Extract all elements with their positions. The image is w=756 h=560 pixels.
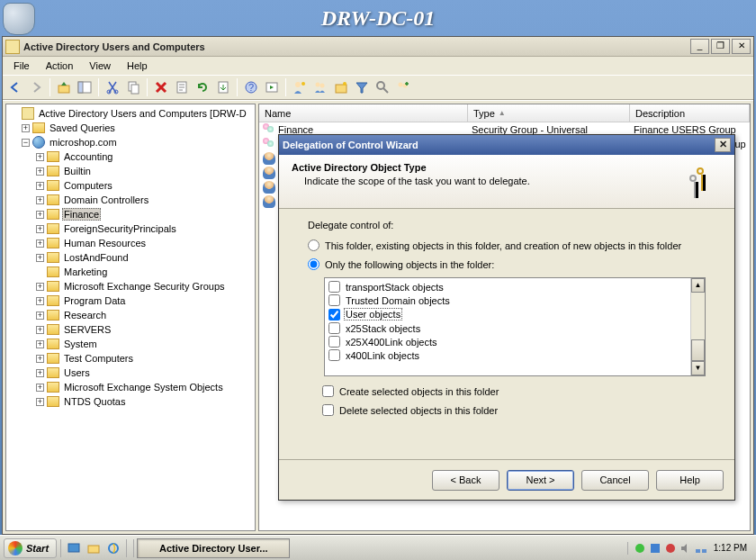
new-group-button[interactable] <box>310 77 330 97</box>
expand-icon[interactable]: + <box>36 153 44 161</box>
tray-icon-3[interactable] <box>664 542 677 555</box>
tree-ou-builtin[interactable]: Builtin <box>62 166 93 176</box>
expand-icon[interactable]: + <box>36 283 44 291</box>
tree-ou-finance[interactable]: Finance <box>62 208 101 221</box>
taskbar-aduc[interactable]: Active Directory User... <box>137 538 290 558</box>
tree-ou-domain-controllers[interactable]: Domain Controllers <box>62 194 150 205</box>
object-type-row[interactable]: x25Stack objects <box>327 321 688 335</box>
find-button[interactable] <box>373 77 392 97</box>
expand-icon[interactable]: + <box>36 297 44 305</box>
refresh-button[interactable] <box>193 77 212 97</box>
forward-button[interactable] <box>26 77 46 97</box>
column-description[interactable]: Description <box>630 104 750 122</box>
back-button[interactable] <box>5 77 25 97</box>
expand-icon[interactable]: + <box>36 239 44 248</box>
tree-ou-test-computers[interactable]: Test Computers <box>62 353 135 364</box>
tray-icon-2[interactable] <box>649 542 662 555</box>
object-types-list[interactable]: transportStack objectsTrusted Domain obj… <box>324 277 706 376</box>
tree-ou-microsoft-exchange-system-objects[interactable]: Microsoft Exchange System Objects <box>62 382 225 393</box>
next-button[interactable]: Next > <box>507 470 574 491</box>
expand-icon[interactable]: + <box>36 225 44 233</box>
minimize-button[interactable]: _ <box>690 39 709 54</box>
volume-icon[interactable] <box>680 542 692 555</box>
expand-icon[interactable]: + <box>36 254 44 262</box>
column-type[interactable]: Type▲ <box>468 104 630 122</box>
menu-view[interactable]: View <box>82 59 118 73</box>
help-button[interactable]: Help <box>656 470 724 491</box>
new-user-button[interactable] <box>290 77 310 97</box>
properties-button[interactable] <box>172 77 192 97</box>
new-ou-button[interactable] <box>331 77 351 97</box>
object-type-row[interactable]: Trusted Domain objects <box>327 294 688 307</box>
maximize-button[interactable]: ❐ <box>711 39 730 54</box>
start-button[interactable]: Start <box>4 538 57 558</box>
expand-icon[interactable]: + <box>36 384 44 392</box>
tree-ou-microsoft-exchange-security-groups[interactable]: Microsoft Exchange Security Groups <box>62 281 227 292</box>
expand-icon[interactable]: + <box>36 312 44 320</box>
expand-icon[interactable]: + <box>36 398 44 406</box>
scroll-up-button[interactable]: ▲ <box>691 278 705 293</box>
expand-icon[interactable]: + <box>36 369 44 377</box>
show-desktop-button[interactable] <box>65 539 83 557</box>
tree-saved-queries[interactable]: Saved Queries <box>48 122 117 133</box>
tree-ou-foreignsecurityprincipals[interactable]: ForeignSecurityPrincipals <box>62 223 178 234</box>
network-icon[interactable] <box>695 542 707 555</box>
tree-ou-program-data[interactable]: Program Data <box>62 295 127 306</box>
object-type-row[interactable]: x25X400Link objects <box>327 335 688 348</box>
copy-button[interactable] <box>123 77 143 97</box>
tree-ou-users[interactable]: Users <box>62 367 92 378</box>
list-pane[interactable]: Name Type▲ Description FinanceSecurity G… <box>258 104 751 531</box>
scroll-thumb[interactable] <box>691 339 705 361</box>
tree-ou-lostandfound[interactable]: LostAndFound <box>62 252 130 263</box>
help-button[interactable]: ? <box>241 77 261 97</box>
expand-icon[interactable]: + <box>36 326 44 334</box>
tree-root[interactable]: Active Directory Users and Computers [DR… <box>37 108 248 119</box>
tree-domain[interactable]: microshop.com <box>48 137 119 148</box>
up-button[interactable] <box>54 77 74 97</box>
scroll-down-button[interactable]: ▼ <box>691 361 705 375</box>
explorer-button[interactable] <box>85 539 103 557</box>
cancel-button[interactable]: Cancel <box>581 470 649 491</box>
menu-help[interactable]: Help <box>120 59 155 73</box>
expand-icon[interactable]: + <box>22 124 30 132</box>
close-button[interactable]: ✕ <box>732 39 751 54</box>
menu-action[interactable]: Action <box>39 59 81 73</box>
back-button[interactable]: < Back <box>432 470 500 491</box>
scrollbar[interactable]: ▲ ▼ <box>690 278 705 375</box>
radio-only-following[interactable]: Only the following objects in the folder… <box>308 258 706 270</box>
tree-ou-system[interactable]: System <box>62 339 99 349</box>
column-name[interactable]: Name <box>259 104 468 122</box>
menu-file[interactable]: File <box>6 59 37 73</box>
export-button[interactable] <box>213 77 233 97</box>
object-type-row[interactable]: x400Link objects <box>327 348 688 362</box>
ie-button[interactable] <box>104 539 122 557</box>
delete-objects-checkbox[interactable]: Delete selected objects in this folder <box>322 404 706 416</box>
expand-icon[interactable]: + <box>36 182 44 190</box>
collapse-icon[interactable]: − <box>22 139 30 147</box>
tree-ou-human-resources[interactable]: Human Resources <box>62 238 148 248</box>
tree-ou-research[interactable]: Research <box>62 310 108 321</box>
tree-ou-marketing[interactable]: Marketing <box>62 266 109 277</box>
run-button[interactable] <box>262 77 282 97</box>
titlebar[interactable]: Active Directory Users and Computers _ ❐… <box>3 37 753 57</box>
create-objects-checkbox[interactable]: Create selected objects in this folder <box>322 385 706 397</box>
expand-icon[interactable]: + <box>36 167 44 176</box>
object-type-row[interactable]: User objects <box>327 307 688 321</box>
dialog-titlebar[interactable]: Delegation of Control Wizard ✕ <box>279 135 734 155</box>
tree-ou-computers[interactable]: Computers <box>62 180 114 191</box>
tree-ou-servers[interactable]: SERVERS <box>62 324 112 335</box>
expand-icon[interactable]: + <box>36 355 44 363</box>
add-to-group-button[interactable] <box>393 77 413 97</box>
expand-icon[interactable]: + <box>36 340 44 348</box>
expand-icon[interactable]: + <box>36 196 44 204</box>
dialog-close-button[interactable]: ✕ <box>715 138 731 152</box>
delete-button[interactable] <box>151 77 171 97</box>
expand-icon[interactable] <box>36 268 44 276</box>
clock[interactable]: 1:12 PM <box>714 543 747 553</box>
tree-ou-accounting[interactable]: Accounting <box>62 151 114 162</box>
tree-pane[interactable]: Active Directory Users and Computers [DR… <box>5 104 256 531</box>
tray-icon-1[interactable] <box>634 542 646 555</box>
radio-this-folder[interactable]: This folder, existing objects in this fo… <box>308 239 706 251</box>
cut-button[interactable] <box>103 77 122 97</box>
tree-ou-ntds-quotas[interactable]: NTDS Quotas <box>62 396 127 407</box>
